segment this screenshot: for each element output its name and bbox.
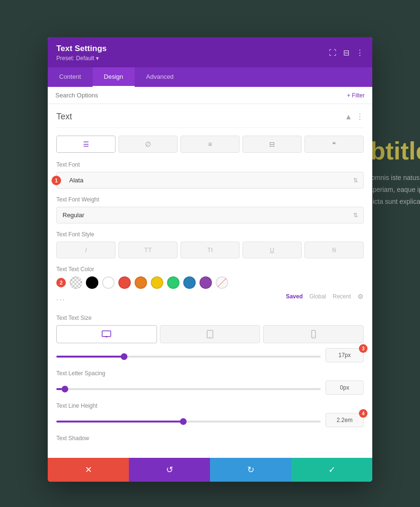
color-settings-icon[interactable]: ⚙ — [357, 293, 364, 300]
line-height-badge: 4 — [359, 409, 368, 418]
text-shadow-field: Text Shadow — [56, 435, 364, 442]
panel-title: Text Settings — [56, 44, 106, 53]
color-badge: 2 — [56, 278, 66, 287]
line-height-input[interactable] — [326, 413, 364, 427]
text-font-style-field: Text Font Style I TT Tt U S — [56, 231, 364, 258]
color-tab-recent[interactable]: Recent — [333, 293, 351, 300]
color-swatch-green[interactable] — [167, 276, 179, 289]
align-right-button[interactable]: ⊟ — [242, 136, 302, 153]
text-font-label: Text Font — [56, 161, 364, 168]
tab-design[interactable]: Design — [93, 67, 135, 87]
text-font-weight-label: Text Font Weight — [56, 196, 364, 203]
filter-button[interactable]: + Filter — [347, 92, 365, 99]
letter-spacing-slider[interactable] — [56, 388, 321, 390]
color-swatch-purple[interactable] — [200, 276, 212, 289]
color-swatch-blue[interactable] — [183, 276, 196, 289]
letter-spacing-input[interactable] — [326, 380, 364, 395]
color-swatch-black[interactable] — [86, 276, 98, 289]
section-header: Text ▲ ⋮ — [56, 104, 364, 128]
text-size-input[interactable] — [326, 348, 364, 362]
text-size-label: Text Text Size — [56, 315, 364, 321]
svg-point-4 — [210, 337, 210, 338]
background-subtext: e omnis iste natus err aperiam, eaque ip… — [366, 172, 420, 208]
text-shadow-label: Text Shadow — [56, 435, 364, 442]
text-font-weight-select[interactable]: Regular Bold Light — [56, 207, 364, 223]
panel-tabs: Content Design Advanced — [48, 67, 372, 87]
more-swatches[interactable]: ··· — [56, 296, 65, 304]
letter-spacing-label: Text Letter Spacing — [56, 370, 364, 377]
panel-header: Text Settings Preset: Default ▾ ⛶ ⊟ ⋮ — [48, 37, 372, 67]
color-swatch-none[interactable] — [216, 276, 228, 289]
line-height-slider[interactable] — [56, 421, 321, 422]
device-desktop-button[interactable] — [56, 325, 157, 343]
device-tablet-button[interactable] — [160, 325, 261, 343]
align-center-button[interactable]: ≡ — [180, 136, 240, 153]
color-swatch-red[interactable] — [118, 276, 131, 289]
style-italic-button[interactable]: I — [56, 242, 116, 258]
svg-point-6 — [313, 337, 314, 337]
cancel-button[interactable]: ✕ — [48, 458, 129, 482]
panel-content: Text ▲ ⋮ ☰ ∅ ≡ ⊟ ❝ Text Font 1 Alata — [48, 104, 372, 458]
style-capitalize-button[interactable]: Tt — [180, 242, 240, 258]
size-badge: 3 — [359, 344, 368, 353]
font-badge: 1 — [52, 176, 61, 185]
device-mobile-button[interactable] — [263, 325, 364, 343]
expand-icon[interactable]: ⛶ — [329, 49, 336, 57]
svg-rect-0 — [102, 331, 111, 337]
color-tab-saved[interactable]: Saved — [286, 293, 303, 300]
panel-footer: ✕ ↺ ↻ ✓ — [48, 458, 372, 482]
color-swatch-orange[interactable] — [135, 276, 147, 289]
search-input[interactable] — [55, 92, 347, 99]
text-color-label: Text Text Color — [56, 266, 364, 273]
section-more-icon[interactable]: ⋮ — [356, 112, 364, 121]
section-title: Text — [56, 112, 72, 122]
text-size-field: Text Text Size 3 — [56, 315, 364, 362]
collapse-icon[interactable]: ▲ — [345, 113, 352, 121]
style-strikethrough-button[interactable]: S — [304, 242, 364, 258]
more-options-icon[interactable]: ⋮ — [356, 48, 364, 57]
line-height-field: Text Line Height 4 — [56, 402, 364, 427]
text-font-field: Text Font 1 Alata ⇅ — [56, 161, 364, 189]
color-swatch-white[interactable] — [102, 276, 115, 289]
text-font-weight-field: Text Font Weight Regular Bold Light ⇅ — [56, 196, 364, 223]
panel-preset[interactable]: Preset: Default ▾ — [56, 55, 106, 62]
text-color-field: Text Text Color 2 ··· Saved Global — [56, 266, 364, 307]
text-font-select[interactable]: Alata — [56, 172, 364, 189]
color-swatch-yellow[interactable] — [151, 276, 163, 289]
tab-advanced[interactable]: Advanced — [135, 67, 185, 87]
redo-button[interactable]: ↻ — [210, 458, 291, 482]
tab-content[interactable]: Content — [48, 67, 93, 87]
alignment-buttons: ☰ ∅ ≡ ⊟ ❝ — [56, 136, 364, 153]
search-bar: + Filter — [48, 87, 372, 104]
align-justify-button[interactable]: ❝ — [304, 136, 364, 153]
style-underline-button[interactable]: U — [242, 242, 302, 258]
align-none-button[interactable]: ∅ — [118, 136, 178, 153]
reset-button[interactable]: ↺ — [129, 458, 210, 482]
columns-icon[interactable]: ⊟ — [343, 48, 349, 57]
style-uppercase-button[interactable]: TT — [118, 242, 178, 258]
color-tab-global[interactable]: Global — [309, 293, 326, 300]
text-font-style-label: Text Font Style — [56, 231, 364, 238]
line-height-label: Text Line Height — [56, 402, 364, 409]
text-settings-panel: Text Settings Preset: Default ▾ ⛶ ⊟ ⋮ Co… — [48, 37, 372, 482]
save-button[interactable]: ✓ — [291, 458, 372, 482]
text-size-slider[interactable] — [56, 356, 321, 358]
align-left-button[interactable]: ☰ — [56, 136, 116, 153]
letter-spacing-field: Text Letter Spacing — [56, 370, 364, 395]
color-swatch-transparent[interactable] — [70, 276, 82, 289]
